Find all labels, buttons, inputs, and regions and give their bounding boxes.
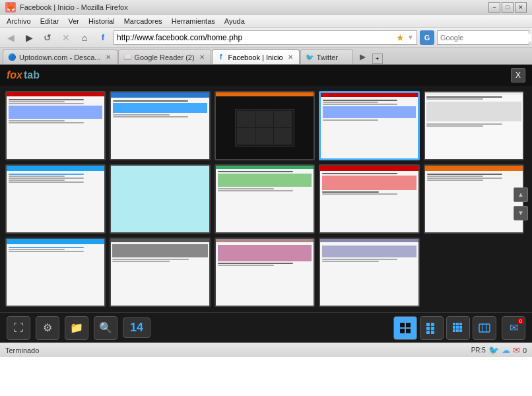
address-bar[interactable]: ★ ▼ bbox=[114, 30, 417, 45]
status-right: PR:5 🐦 ☁ ✉ 0 bbox=[471, 345, 527, 355]
menu-editar[interactable]: Editar bbox=[36, 16, 63, 26]
svg-rect-9 bbox=[431, 331, 434, 334]
thumbnail-2[interactable] bbox=[110, 91, 210, 160]
thumbnail-11[interactable] bbox=[5, 238, 106, 307]
menu-archivo[interactable]: Archivo bbox=[3, 16, 35, 26]
thumbnail-4[interactable] bbox=[319, 91, 419, 160]
navigation-toolbar: ◀ ▶ ↺ ✕ ⌂ f ★ ▼ G bbox=[0, 28, 532, 48]
thumbnail-9[interactable] bbox=[319, 164, 419, 234]
pr-label: PR:5 bbox=[471, 346, 486, 354]
foxtab-close-button[interactable]: X bbox=[511, 68, 525, 82]
view-compact-button[interactable] bbox=[446, 316, 470, 340]
scroll-down-button[interactable]: ▼ bbox=[514, 206, 528, 220]
foxtab-toolbar: ⛶ ⚙ 📁 🔍 14 bbox=[0, 312, 532, 343]
tab-count: 14 bbox=[123, 317, 150, 338]
search-icon: 🔍 bbox=[99, 321, 112, 334]
search-bar[interactable] bbox=[437, 30, 529, 45]
menu-marcadores[interactable]: Marcadores bbox=[120, 16, 166, 26]
svg-rect-12 bbox=[459, 323, 462, 325]
svg-rect-14 bbox=[456, 326, 459, 329]
settings-icon: ⚙ bbox=[43, 321, 52, 334]
svg-rect-11 bbox=[456, 323, 459, 325]
thumbnail-13[interactable] bbox=[215, 238, 315, 307]
svg-rect-5 bbox=[431, 323, 434, 326]
menu-herramientas[interactable]: Herramientas bbox=[168, 16, 219, 26]
svg-rect-7 bbox=[431, 327, 434, 330]
list-icon bbox=[426, 322, 438, 334]
tab-label-uptodown: Uptodown.com - Desca... bbox=[19, 53, 101, 61]
titlebar: 🦊 Facebook | Inicio - Mozilla Firefox − … bbox=[0, 0, 532, 15]
menu-ayuda[interactable]: Ayuda bbox=[220, 16, 249, 26]
maximize-button[interactable]: □ bbox=[502, 2, 514, 13]
svg-rect-6 bbox=[426, 327, 430, 330]
dropdown-icon[interactable]: ▼ bbox=[407, 34, 414, 41]
thumbnail-3[interactable] bbox=[215, 91, 315, 160]
mail-button[interactable]: ✉ 0 bbox=[502, 316, 525, 340]
svg-rect-19 bbox=[479, 324, 490, 332]
tab-close-googlereader[interactable]: ✕ bbox=[197, 53, 207, 62]
tab-label-googlereader: Google Reader (2) bbox=[135, 53, 195, 61]
svg-rect-10 bbox=[453, 323, 455, 325]
status-text: Terminado bbox=[5, 346, 467, 354]
view-grid-button[interactable] bbox=[393, 316, 417, 340]
svg-rect-0 bbox=[400, 323, 405, 327]
minimize-button[interactable]: − bbox=[488, 2, 500, 13]
svg-rect-17 bbox=[456, 329, 459, 332]
facebook-button[interactable]: f bbox=[95, 30, 111, 46]
tab-close-uptodown[interactable]: ✕ bbox=[104, 53, 113, 62]
foxtab-container: fox tab X bbox=[0, 65, 532, 343]
tab-favicon-twitter: 🐦 bbox=[305, 53, 314, 62]
thumbnail-7[interactable] bbox=[110, 164, 210, 234]
folder-button[interactable]: 📁 bbox=[65, 316, 88, 340]
thumbnail-12[interactable] bbox=[110, 238, 210, 307]
tab-facebook[interactable]: f Facebook | Inicio ✕ bbox=[212, 50, 300, 64]
thumbnail-5[interactable] bbox=[424, 91, 524, 160]
svg-rect-8 bbox=[426, 331, 430, 334]
folder-icon: 📁 bbox=[70, 321, 83, 334]
g-button[interactable]: G bbox=[420, 30, 434, 45]
new-tab-button[interactable]: + bbox=[372, 53, 383, 64]
rss-status-icon: ☁ bbox=[502, 345, 510, 355]
thumbnail-1[interactable] bbox=[5, 91, 106, 160]
view-flow-button[interactable] bbox=[473, 316, 496, 340]
scroll-buttons: ▲ ▼ bbox=[514, 187, 528, 220]
stop-button[interactable]: ✕ bbox=[58, 30, 74, 46]
tab-twitter[interactable]: 🐦 Twitter bbox=[300, 50, 353, 64]
thumbnail-10[interactable] bbox=[424, 164, 524, 234]
svg-rect-4 bbox=[426, 323, 430, 326]
tab-controls: + bbox=[372, 53, 383, 64]
thumbnail-8[interactable] bbox=[215, 164, 315, 234]
search-input[interactable] bbox=[440, 34, 531, 42]
tab-label-facebook: Facebook | Inicio bbox=[228, 53, 283, 61]
scroll-up-button[interactable]: ▲ bbox=[514, 187, 528, 202]
tab-favicon-facebook: f bbox=[216, 53, 226, 62]
svg-rect-2 bbox=[400, 329, 405, 333]
tabs-overflow-button[interactable]: ▶ bbox=[356, 50, 370, 64]
menu-ver[interactable]: Ver bbox=[64, 16, 83, 26]
tab-uptodown[interactable]: 🔵 Uptodown.com - Desca... ✕ bbox=[3, 50, 117, 64]
back-button[interactable]: ◀ bbox=[3, 30, 18, 46]
firefox-icon: 🦊 bbox=[5, 2, 16, 13]
svg-rect-13 bbox=[453, 326, 455, 329]
settings-button[interactable]: ⚙ bbox=[36, 316, 59, 340]
url-input[interactable] bbox=[117, 33, 393, 42]
bookmark-star-icon[interactable]: ★ bbox=[396, 32, 405, 43]
foxtab-header: fox tab X bbox=[0, 65, 532, 86]
menu-historial[interactable]: Historial bbox=[84, 16, 119, 26]
thumbnail-6[interactable] bbox=[5, 164, 106, 234]
view-buttons bbox=[393, 316, 496, 340]
close-button[interactable]: ✕ bbox=[515, 2, 527, 13]
tab-favicon-uptodown: 🔵 bbox=[7, 53, 17, 62]
statusbar: Terminado PR:5 🐦 ☁ ✉ 0 bbox=[0, 343, 532, 357]
home-button[interactable]: ⌂ bbox=[77, 30, 92, 46]
view-list-button[interactable] bbox=[420, 316, 444, 340]
tab-close-facebook[interactable]: ✕ bbox=[286, 53, 295, 62]
forward-button[interactable]: ▶ bbox=[21, 30, 37, 46]
search-button[interactable]: 🔍 bbox=[94, 316, 117, 340]
thumbnail-14[interactable] bbox=[319, 238, 419, 307]
tab-googlereader[interactable]: 📖 Google Reader (2) ✕ bbox=[118, 50, 211, 64]
svg-rect-18 bbox=[459, 329, 462, 332]
fullscreen-button[interactable]: ⛶ bbox=[7, 316, 30, 340]
twitter-status-icon: 🐦 bbox=[488, 345, 499, 355]
reload-button[interactable]: ↺ bbox=[40, 30, 55, 46]
